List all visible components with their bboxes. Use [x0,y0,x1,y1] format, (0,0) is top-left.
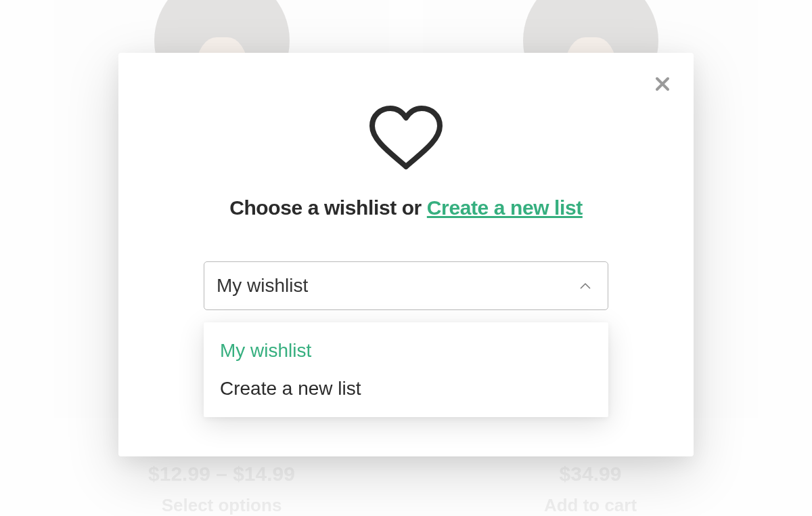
wishlist-dropdown: My wishlist Create a new list [204,322,608,417]
wishlist-select[interactable]: My wishlist [204,261,608,310]
choose-wishlist-modal: Choose a wishlist or Create a new list M… [118,53,694,456]
wishlist-select-wrap: My wishlist My wishlist Create a new lis… [204,261,608,310]
close-icon [654,76,671,92]
dropdown-option-my-wishlist[interactable]: My wishlist [204,332,608,370]
close-button[interactable] [652,73,673,95]
modal-heading: Choose a wishlist or Create a new list [229,196,583,219]
heading-prefix: Choose a wishlist or [229,196,427,219]
chevron-up-icon [579,282,591,290]
select-value: My wishlist [217,275,308,297]
dropdown-option-create-new-list[interactable]: Create a new list [204,370,608,408]
heart-icon [365,106,447,173]
create-new-list-link[interactable]: Create a new list [427,196,583,219]
